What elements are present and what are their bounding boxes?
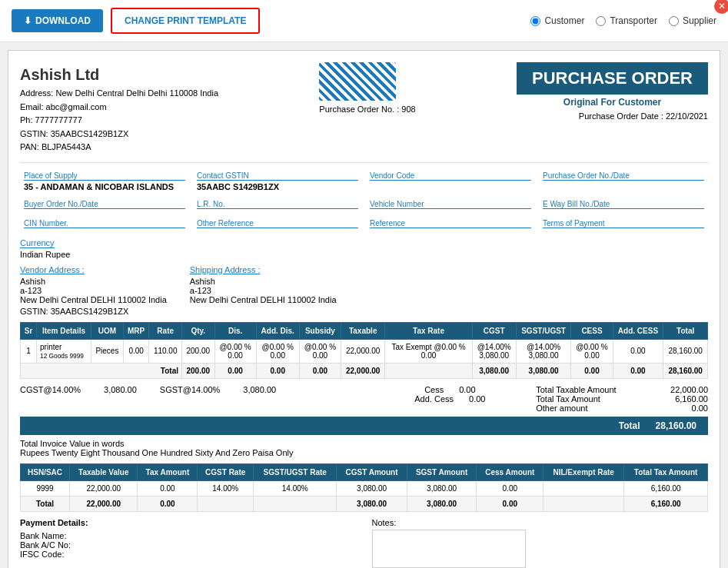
top-bar: ⬇ DOWNLOAD CHANGE PRINT TEMPLATE Custome… [0,0,728,42]
notes-block: Notes: [372,518,709,568]
row-qty: 200.00 [181,339,214,363]
col-add-dis: Add. Dis. [256,322,299,339]
row-rate: 110.00 [149,339,182,363]
col-dis: Dis. [214,322,256,339]
words-label: Total Invoice Value in words [20,439,708,448]
vendor-address-line1: Ashish [20,277,167,286]
address-section: Vendor Address : Ashish a-123 New Delhi … [20,265,708,316]
radio-customer[interactable]: Customer [530,15,584,26]
total-amount: 28,160.00 [663,363,708,378]
info-grid: Place of Supply 35 - ANDAMAN & NICOBAR I… [20,162,708,232]
cess-row: Cess 0.00 [364,385,537,394]
vehicle-number-label: Vehicle Number [370,200,531,209]
po-no-date-cell: Purchase Order No./Date [539,169,708,194]
cgst-label: CGST@14.00% [20,385,81,394]
hsn-total-cgst-amount: 3,080.00 [337,496,407,511]
company-pan: PAN: BLJPA5443A [20,141,218,154]
shipping-address-block: Shipping Address : Ashish a-123 New Delh… [190,265,337,316]
radio-customer-input[interactable] [530,16,540,26]
payment-block: Payment Details: Bank Name: Bank A/C No:… [20,518,357,568]
total-tax-value: 6,160.00 [675,394,708,404]
hsn-cgst-amount: 3,080.00 [337,480,407,496]
hsn-total-tax: 6,160.00 [624,480,708,496]
hsn-col-cgst-rate: CGST Rate [198,463,254,480]
hsn-col-cgst-amount: CGST Amount [337,463,407,480]
row-total: 28,160.00 [663,339,708,363]
hsn-total-sgst-amount: 3,080.00 [407,496,477,511]
vendor-address-line3: New Delhi Central DELHI 110002 India [20,295,167,304]
vendor-address-label: Vendor Address : [20,265,167,274]
total-bar-value: 28,160.00 [656,420,696,431]
radio-supplier-input[interactable] [669,16,679,26]
hsn-total-nil-rate [544,496,624,511]
other-ref-cell: Other Reference [193,217,362,232]
company-address: Address: New Delhi Central Delhi Delhi 1… [20,87,218,101]
total-amount-bar: Total 28,160.00 [20,417,708,435]
col-qty: Qty. [181,322,214,339]
hsn-total-row: Total 22,000.00 0.00 3,080.00 3,080.00 0… [21,496,708,511]
hsn-col-sgst-rate: SGST/UGST Rate [254,463,337,480]
hsn-total-cgst-rate [198,496,254,511]
payment-notes: Payment Details: Bank Name: Bank A/C No:… [20,518,708,568]
row-add-cess: 0.00 [613,339,663,363]
other-ref-label: Other Reference [197,219,358,228]
radio-transporter-input[interactable] [596,16,606,26]
row-item: printer12 Goods 9999 [37,339,91,363]
shipping-address-line1: Ashish [190,277,337,286]
change-template-button[interactable]: CHANGE PRINT TEMPLATE [111,8,260,34]
items-table: Sr Item Details UOM MRP Rate Qty. Dis. A… [20,322,708,379]
hsn-cgst-rate: 14.00% [198,480,254,496]
company-info: Ashish Ltd Address: New Delhi Central De… [20,62,218,154]
total-subsidy: 0.00 [299,363,341,378]
contact-gstin-value: 35AABC S1429B1ZX [197,182,358,191]
bank-ac-no: Bank A/C No: [20,540,357,550]
row-subsidy: @0.00 %0.00 [299,339,341,363]
total-dis: 0.00 [214,363,256,378]
hsn-col-tax-amount: Tax Amount [138,463,198,480]
hsn-total-cess-amount: 0.00 [477,496,544,511]
hsn-value: 9999 [21,480,70,496]
radio-transporter-label: Transporter [610,15,657,26]
download-label: DOWNLOAD [35,15,91,26]
other-amount-row: Other amount 0.00 [536,404,708,413]
col-cess: CESS [571,322,613,339]
eway-bill-label: E Way Bill No./Date [543,200,704,209]
po-title: PURCHASE ORDER [517,62,708,95]
terms-label: Terms of Payment [543,219,704,228]
reference-label: Reference [370,219,531,228]
payment-title: Payment Details: [20,518,357,527]
cgst-value: 3,080.00 [104,385,137,394]
col-item: Item Details [37,322,91,339]
radio-supplier[interactable]: Supplier [669,15,716,26]
shipping-address-line3: New Delhi Central DELHI 110002 India [190,295,337,304]
vendor-code-label: Vendor Code [370,171,531,181]
vendor-address-line2: a-123 [20,286,167,295]
currency-label: Currency [20,238,55,248]
total-summary-right: Total Taxable Amount 22,000.00 Total Tax… [536,385,708,413]
col-sr: Sr [21,322,37,339]
col-uom: UOM [91,322,123,339]
row-tax-rate: Tax Exempt @0.00 %0.00 [385,339,472,363]
notes-label: Notes: [372,518,709,527]
place-of-supply-value: 35 - ANDAMAN & NICOBAR ISLANDS [24,182,185,191]
po-number: Purchase Order No. : 908 [319,105,415,114]
add-cess-value: 0.00 [469,394,485,404]
row-sgst: @14.00%3,080.00 [516,339,571,363]
tax-summary-left: CGST@14.00% 3,080.00 SGST@14.00% 3,080.0… [20,385,364,413]
radio-transporter[interactable]: Transporter [596,15,657,26]
col-add-cess: Add. CESS [613,322,663,339]
lr-no-cell: L.R. No. [193,198,362,213]
col-mrp: MRP [123,322,149,339]
currency-value: Indian Rupee [20,250,708,259]
total-tax-label: Total Tax Amount [536,394,600,404]
reference-cell: Reference [366,217,535,232]
place-of-supply-label: Place of Supply [24,171,185,181]
hsn-total-tax-amount: 0.00 [138,496,198,511]
po-subtitle: Original For Customer [517,97,708,108]
close-button[interactable]: ✕ [714,0,728,14]
company-ph: Ph: 7777777777 [20,114,218,128]
po-title-area: PURCHASE ORDER Original For Customer Pur… [517,62,708,121]
other-amount-label: Other amount [536,404,587,413]
hsn-sgst-rate: 14.00% [254,480,337,496]
download-button[interactable]: ⬇ DOWNLOAD [12,9,103,32]
